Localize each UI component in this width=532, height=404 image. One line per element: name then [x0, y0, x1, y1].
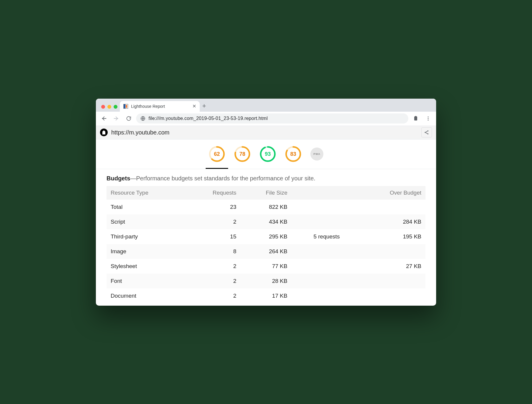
- tab-strip: Lighthouse Report ✕ +: [96, 99, 436, 112]
- gauge-score: 78: [234, 146, 251, 162]
- budgets-heading-strong: Budgets: [107, 175, 130, 182]
- budgets-col-3: [291, 186, 362, 200]
- resource-type: Stylesheet: [107, 259, 196, 274]
- svg-rect-2: [415, 116, 417, 117]
- file-size: 77 KB: [241, 259, 291, 274]
- over-size: [362, 288, 425, 303]
- score-gauge-1[interactable]: 78: [234, 146, 251, 162]
- budgets-section: Budgets—Performance budgets set standard…: [96, 169, 436, 306]
- resource-type: Font: [107, 274, 196, 288]
- arrow-left-icon: [101, 115, 107, 122]
- budgets-col-2: File Size: [241, 186, 291, 200]
- score-gauges: 62789383PWA: [96, 140, 436, 169]
- over-size: 195 KB: [362, 229, 425, 244]
- globe-icon: [140, 116, 146, 121]
- browser-tab[interactable]: Lighthouse Report ✕: [120, 101, 200, 112]
- window-controls: [99, 105, 120, 112]
- requests: 2: [196, 259, 241, 274]
- kebab-icon: [425, 116, 431, 121]
- requests: 23: [196, 200, 241, 214]
- gauge-score: 83: [285, 146, 302, 162]
- share-icon: [424, 129, 430, 135]
- svg-point-3: [428, 116, 429, 117]
- requests: 2: [196, 274, 241, 288]
- reload-icon: [126, 116, 132, 121]
- over-requests: [291, 259, 362, 274]
- table-row: Font228 KB: [107, 274, 425, 288]
- table-row: Image8264 KB: [107, 244, 425, 259]
- file-size: 17 KB: [241, 288, 291, 303]
- over-requests: [291, 200, 362, 214]
- window-close-button[interactable]: [101, 105, 105, 109]
- clipboard-icon: [413, 116, 419, 121]
- svg-rect-1: [414, 116, 417, 120]
- over-size: 27 KB: [362, 259, 425, 274]
- over-size: [362, 274, 425, 288]
- new-tab-button[interactable]: +: [200, 102, 209, 112]
- report-header: https://m.youtube.com: [96, 126, 436, 140]
- requests: 2: [196, 288, 241, 303]
- file-size: 434 KB: [241, 214, 291, 229]
- over-requests: [291, 288, 362, 303]
- file-size: 295 KB: [241, 229, 291, 244]
- over-size: [362, 244, 425, 259]
- window-zoom-button[interactable]: [114, 105, 117, 109]
- resource-type: Total: [107, 200, 196, 214]
- extensions-button[interactable]: [411, 113, 421, 124]
- resource-type: Document: [107, 288, 196, 303]
- arrow-right-icon: [113, 115, 120, 122]
- budgets-col-4: Over Budget: [362, 186, 425, 200]
- gauge-score: 93: [259, 146, 276, 162]
- requests: 2: [196, 214, 241, 229]
- back-button[interactable]: [99, 113, 109, 124]
- budgets-table: Resource TypeRequestsFile SizeOver Budge…: [107, 186, 425, 303]
- url-text: file:///m.youtube.com_2019-05-01_23-53-1…: [149, 116, 268, 121]
- browser-toolbar: file:///m.youtube.com_2019-05-01_23-53-1…: [96, 112, 436, 126]
- budgets-header-row: Resource TypeRequestsFile SizeOver Budge…: [107, 186, 425, 200]
- svg-point-5: [428, 120, 429, 121]
- budgets-heading: Budgets—Performance budgets set standard…: [107, 175, 425, 182]
- over-size: [362, 200, 425, 214]
- file-size: 264 KB: [241, 244, 291, 259]
- requests: 8: [196, 244, 241, 259]
- lighthouse-favicon-icon: [123, 104, 128, 109]
- score-gauge-0[interactable]: 62: [209, 146, 225, 162]
- budgets-col-1: Requests: [196, 186, 241, 200]
- tab-title: Lighthouse Report: [131, 104, 189, 109]
- tab-close-icon[interactable]: ✕: [192, 103, 196, 109]
- over-requests: [291, 274, 362, 288]
- gauge-score: 62: [209, 146, 225, 162]
- browser-menu-button[interactable]: [423, 113, 433, 124]
- table-row: Script2434 KB284 KB: [107, 214, 425, 229]
- resource-type: Third-party: [107, 229, 196, 244]
- resource-type: Script: [107, 214, 196, 229]
- svg-point-7: [427, 130, 428, 132]
- share-button[interactable]: [421, 127, 432, 137]
- forward-button[interactable]: [111, 113, 121, 124]
- file-size: 28 KB: [241, 274, 291, 288]
- browser-window: Lighthouse Report ✕ + file:///m.youtube.…: [96, 99, 436, 306]
- svg-point-4: [428, 118, 429, 119]
- lighthouse-logo-icon: [100, 129, 108, 136]
- report-site-url: https://m.youtube.com: [111, 129, 170, 136]
- budgets-col-0: Resource Type: [107, 186, 196, 200]
- file-size: 822 KB: [241, 200, 291, 214]
- window-minimize-button[interactable]: [107, 105, 111, 109]
- table-row: Stylesheet277 KB27 KB: [107, 259, 425, 274]
- svg-point-8: [427, 133, 428, 134]
- table-row: Third-party15295 KB5 requests195 KB: [107, 229, 425, 244]
- over-requests: [291, 214, 362, 229]
- reload-button[interactable]: [124, 113, 134, 124]
- score-gauge-2[interactable]: 93: [259, 146, 276, 162]
- pwa-badge[interactable]: PWA: [310, 148, 323, 161]
- over-size: 284 KB: [362, 214, 425, 229]
- table-row: Document217 KB: [107, 288, 425, 303]
- table-row: Total23822 KB: [107, 200, 425, 214]
- svg-point-6: [425, 132, 426, 133]
- over-requests: 5 requests: [291, 229, 362, 244]
- score-gauge-3[interactable]: 83: [285, 146, 302, 162]
- resource-type: Image: [107, 244, 196, 259]
- budgets-heading-rest: —Performance budgets set standards for t…: [130, 175, 315, 182]
- requests: 15: [196, 229, 241, 244]
- address-bar[interactable]: file:///m.youtube.com_2019-05-01_23-53-1…: [136, 113, 408, 124]
